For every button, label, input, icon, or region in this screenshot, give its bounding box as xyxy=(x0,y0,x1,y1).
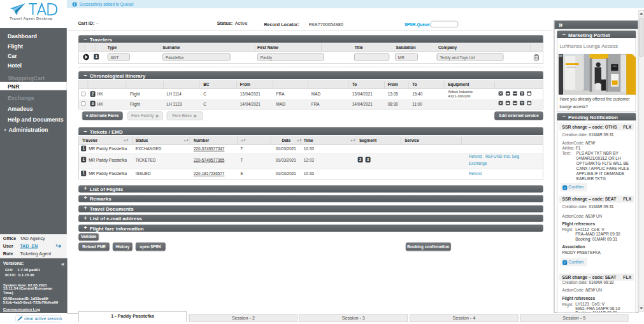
svg-text:Travel Agent Desktop: Travel Agent Desktop xyxy=(10,17,53,20)
